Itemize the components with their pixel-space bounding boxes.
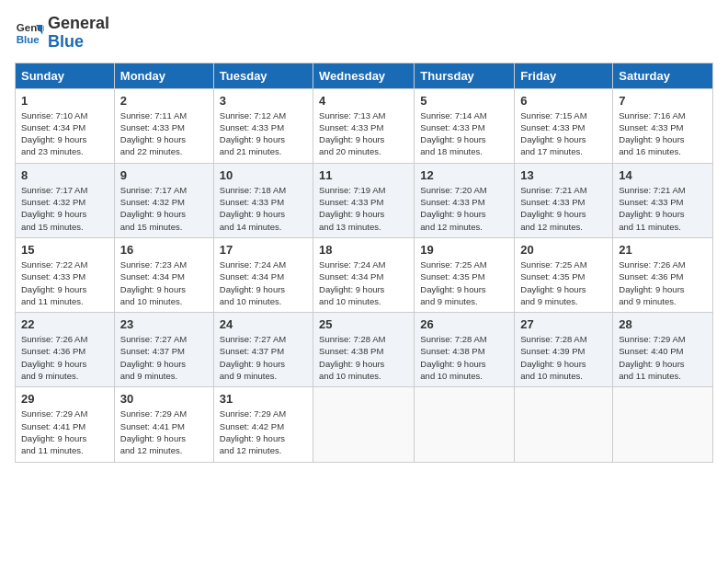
- day-number: 30: [120, 392, 208, 406]
- col-saturday: Saturday: [613, 63, 713, 88]
- day-info: Sunrise: 7:24 AM Sunset: 4:34 PM Dayligh…: [220, 259, 307, 307]
- day-number: 16: [120, 243, 208, 257]
- table-row: 4Sunrise: 7:13 AM Sunset: 4:33 PM Daylig…: [313, 88, 415, 163]
- day-info: Sunrise: 7:19 AM Sunset: 4:33 PM Dayligh…: [319, 184, 408, 233]
- day-info: Sunrise: 7:28 AM Sunset: 4:38 PM Dayligh…: [319, 333, 408, 382]
- day-number: 4: [319, 94, 408, 108]
- day-number: 1: [21, 94, 108, 108]
- table-row: 3Sunrise: 7:12 AM Sunset: 4:33 PM Daylig…: [213, 88, 313, 163]
- svg-text:Blue: Blue: [17, 33, 40, 44]
- day-number: 13: [520, 168, 607, 182]
- day-info: Sunrise: 7:29 AM Sunset: 4:41 PM Dayligh…: [21, 408, 108, 456]
- table-row: 31Sunrise: 7:29 AM Sunset: 4:42 PM Dayli…: [213, 387, 313, 462]
- table-row: 30Sunrise: 7:29 AM Sunset: 4:41 PM Dayli…: [114, 387, 213, 462]
- table-row: 5Sunrise: 7:14 AM Sunset: 4:33 PM Daylig…: [415, 88, 515, 163]
- day-info: Sunrise: 7:26 AM Sunset: 4:36 PM Dayligh…: [21, 333, 108, 382]
- table-row: 22Sunrise: 7:26 AM Sunset: 4:36 PM Dayli…: [16, 313, 115, 387]
- day-info: Sunrise: 7:27 AM Sunset: 4:37 PM Dayligh…: [120, 333, 208, 382]
- calendar-body: 1Sunrise: 7:10 AM Sunset: 4:34 PM Daylig…: [16, 88, 713, 462]
- day-info: Sunrise: 7:25 AM Sunset: 4:35 PM Dayligh…: [420, 259, 508, 307]
- day-number: 19: [420, 243, 508, 257]
- day-info: Sunrise: 7:10 AM Sunset: 4:34 PM Dayligh…: [21, 109, 108, 158]
- table-row: 2Sunrise: 7:11 AM Sunset: 4:33 PM Daylig…: [114, 88, 213, 163]
- day-info: Sunrise: 7:21 AM Sunset: 4:33 PM Dayligh…: [619, 184, 707, 233]
- day-info: Sunrise: 7:20 AM Sunset: 4:33 PM Dayligh…: [420, 184, 508, 233]
- day-number: 28: [619, 317, 707, 331]
- day-info: Sunrise: 7:28 AM Sunset: 4:39 PM Dayligh…: [520, 333, 607, 382]
- col-tuesday: Tuesday: [213, 63, 313, 88]
- page-header: General Blue General Blue: [15, 15, 713, 52]
- table-row: 19Sunrise: 7:25 AM Sunset: 4:35 PM Dayli…: [415, 237, 515, 312]
- day-info: Sunrise: 7:24 AM Sunset: 4:34 PM Dayligh…: [319, 259, 408, 307]
- col-sunday: Sunday: [16, 63, 115, 88]
- day-number: 25: [319, 317, 408, 331]
- col-monday: Monday: [114, 63, 213, 88]
- day-info: Sunrise: 7:25 AM Sunset: 4:35 PM Dayligh…: [520, 259, 607, 307]
- day-number: 22: [21, 317, 108, 331]
- col-wednesday: Wednesday: [313, 63, 415, 88]
- calendar-table: Sunday Monday Tuesday Wednesday Thursday…: [15, 63, 713, 463]
- day-number: 29: [21, 392, 108, 406]
- day-number: 18: [319, 243, 408, 257]
- day-info: Sunrise: 7:23 AM Sunset: 4:34 PM Dayligh…: [120, 259, 208, 307]
- day-number: 24: [220, 317, 307, 331]
- table-row: 15Sunrise: 7:22 AM Sunset: 4:33 PM Dayli…: [16, 237, 115, 312]
- day-number: 2: [120, 94, 208, 108]
- day-number: 17: [220, 243, 307, 257]
- day-info: Sunrise: 7:11 AM Sunset: 4:33 PM Dayligh…: [120, 109, 208, 158]
- logo: General Blue General Blue: [15, 15, 109, 52]
- table-row: 27Sunrise: 7:28 AM Sunset: 4:39 PM Dayli…: [515, 313, 613, 387]
- table-row: 14Sunrise: 7:21 AM Sunset: 4:33 PM Dayli…: [613, 163, 713, 237]
- day-info: Sunrise: 7:29 AM Sunset: 4:40 PM Dayligh…: [619, 333, 707, 382]
- logo-icon: General Blue: [15, 18, 44, 48]
- table-row: 13Sunrise: 7:21 AM Sunset: 4:33 PM Dayli…: [515, 163, 613, 237]
- table-row: 17Sunrise: 7:24 AM Sunset: 4:34 PM Dayli…: [213, 237, 313, 312]
- col-thursday: Thursday: [415, 63, 515, 88]
- day-info: Sunrise: 7:18 AM Sunset: 4:33 PM Dayligh…: [220, 184, 307, 233]
- day-number: 23: [120, 317, 208, 331]
- table-row: 7Sunrise: 7:16 AM Sunset: 4:33 PM Daylig…: [613, 88, 713, 163]
- table-row: 18Sunrise: 7:24 AM Sunset: 4:34 PM Dayli…: [313, 237, 415, 312]
- logo-text: General Blue: [48, 15, 109, 52]
- day-info: Sunrise: 7:21 AM Sunset: 4:33 PM Dayligh…: [520, 184, 607, 233]
- empty-cell: [515, 387, 613, 462]
- table-row: 20Sunrise: 7:25 AM Sunset: 4:35 PM Dayli…: [515, 237, 613, 312]
- day-info: Sunrise: 7:29 AM Sunset: 4:41 PM Dayligh…: [120, 408, 208, 456]
- table-row: 23Sunrise: 7:27 AM Sunset: 4:37 PM Dayli…: [114, 313, 213, 387]
- day-info: Sunrise: 7:28 AM Sunset: 4:38 PM Dayligh…: [420, 333, 508, 382]
- day-number: 8: [21, 168, 108, 182]
- table-row: 9Sunrise: 7:17 AM Sunset: 4:32 PM Daylig…: [114, 163, 213, 237]
- day-info: Sunrise: 7:27 AM Sunset: 4:37 PM Dayligh…: [220, 333, 307, 382]
- empty-cell: [613, 387, 713, 462]
- table-row: 8Sunrise: 7:17 AM Sunset: 4:32 PM Daylig…: [16, 163, 115, 237]
- day-number: 5: [420, 94, 508, 108]
- day-info: Sunrise: 7:16 AM Sunset: 4:33 PM Dayligh…: [619, 109, 707, 158]
- day-number: 20: [520, 243, 607, 257]
- day-info: Sunrise: 7:13 AM Sunset: 4:33 PM Dayligh…: [319, 109, 408, 158]
- table-row: 6Sunrise: 7:15 AM Sunset: 4:33 PM Daylig…: [515, 88, 613, 163]
- header-row: Sunday Monday Tuesday Wednesday Thursday…: [16, 63, 713, 88]
- table-row: 25Sunrise: 7:28 AM Sunset: 4:38 PM Dayli…: [313, 313, 415, 387]
- table-row: 28Sunrise: 7:29 AM Sunset: 4:40 PM Dayli…: [613, 313, 713, 387]
- table-row: 24Sunrise: 7:27 AM Sunset: 4:37 PM Dayli…: [213, 313, 313, 387]
- day-info: Sunrise: 7:17 AM Sunset: 4:32 PM Dayligh…: [120, 184, 208, 233]
- day-number: 26: [420, 317, 508, 331]
- day-info: Sunrise: 7:15 AM Sunset: 4:33 PM Dayligh…: [520, 109, 607, 158]
- table-row: 1Sunrise: 7:10 AM Sunset: 4:34 PM Daylig…: [16, 88, 115, 163]
- table-row: 26Sunrise: 7:28 AM Sunset: 4:38 PM Dayli…: [415, 313, 515, 387]
- day-number: 21: [619, 243, 707, 257]
- day-number: 10: [220, 168, 307, 182]
- day-info: Sunrise: 7:26 AM Sunset: 4:36 PM Dayligh…: [619, 259, 707, 307]
- day-number: 3: [220, 94, 307, 108]
- col-friday: Friday: [515, 63, 613, 88]
- table-row: 21Sunrise: 7:26 AM Sunset: 4:36 PM Dayli…: [613, 237, 713, 312]
- day-number: 12: [420, 168, 508, 182]
- day-number: 6: [520, 94, 607, 108]
- table-row: 16Sunrise: 7:23 AM Sunset: 4:34 PM Dayli…: [114, 237, 213, 312]
- empty-cell: [313, 387, 415, 462]
- table-row: 12Sunrise: 7:20 AM Sunset: 4:33 PM Dayli…: [415, 163, 515, 237]
- day-info: Sunrise: 7:22 AM Sunset: 4:33 PM Dayligh…: [21, 259, 108, 307]
- day-number: 15: [21, 243, 108, 257]
- day-number: 14: [619, 168, 707, 182]
- day-info: Sunrise: 7:12 AM Sunset: 4:33 PM Dayligh…: [220, 109, 307, 158]
